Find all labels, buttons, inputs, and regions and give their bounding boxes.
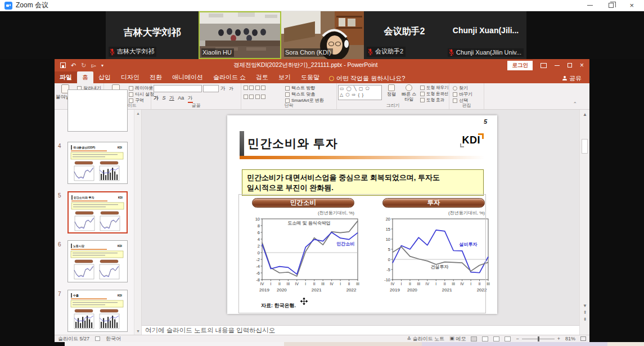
save-icon[interactable] [60,62,66,68]
arrange-button[interactable]: 정렬 [384,84,399,97]
ribbon-tab-row: 파일 홈 삽입 디자인 전환 애니메이션 슬라이드 쇼 검토 보기 도움말 어떤… [55,71,589,83]
participant-tile[interactable]: 吉林大学刘祁 吉林大学刘祁 [106,11,199,59]
memo-toggle-button[interactable]: ▣ 메모 [449,335,466,343]
tab-home[interactable]: 홈 [77,71,93,83]
start-slideshow-icon[interactable]: ▻ [91,62,96,69]
text-direction-button[interactable]: 텍스트 방향 [285,85,315,91]
bold-button[interactable]: 가 [154,95,159,102]
participant-tile[interactable]: Chunji Xuan(Jili... Chunji Xuan(Jilin Un… [445,11,526,59]
editor-scrollbar[interactable]: ▲ ▼ ⇞ ⇟ [579,110,589,335]
language-indicator[interactable]: 한국어 [106,335,121,343]
zoom-slider[interactable]: −+ [516,336,560,341]
participant-tile[interactable]: Xiaolin HU [199,11,281,59]
share-button[interactable]: 공유 [558,71,589,83]
quick-access-toolbar: ↶ ↻ ▻ ▾ [55,62,103,69]
thumbnail-slide-preview[interactable]: 노동시장KDI [67,240,128,282]
font-size-combo[interactable] [203,85,219,92]
slide-callout-box[interactable]: 민간소비가 대면서비스업을 중심으로 회복되었으며, 투자도 일시적으로 부진이… [242,169,484,196]
italic-button[interactable]: S [162,95,165,101]
reset-button[interactable]: 다시 설정 [129,91,154,97]
tab-insert[interactable]: 삽입 [93,71,116,83]
shrink-font-button[interactable]: 가 [229,86,233,92]
undo-icon[interactable]: ↶ [71,62,76,69]
notes-pane[interactable]: 여기에 슬라이드 노트의 내용을 입력하십시오 [142,325,579,335]
investment-line-chart[interactable]: 20151050-5-10IVIIIIIIIVIIIIIIIVIIIIII201… [378,215,490,301]
ppt-restore-button[interactable] [568,63,572,68]
thumbnail-slide-preview[interactable]: 수출KDI [67,290,128,332]
grow-font-button[interactable]: 가 [220,85,226,92]
shape-outline-button[interactable]: 도형 윤곽선 [420,91,449,97]
scroll-down-icon[interactable]: ▼ [136,329,141,333]
ppt-close-button[interactable]: × [580,62,584,68]
chart-header-pill-consumption[interactable]: 민간소비 [252,198,354,208]
scroll-down-icon[interactable]: ▼ [580,303,590,308]
previous-slide-icon[interactable]: ⇞ [580,310,590,315]
muted-mic-icon [110,48,115,55]
tab-view[interactable]: 보기 [273,71,296,83]
tab-file[interactable]: 파일 [55,71,77,83]
chart-header-pill-investment[interactable]: 투자 [382,198,485,208]
tab-help[interactable]: 도움말 [296,71,325,83]
alignment-icons[interactable] [244,95,265,100]
participant-label: Xiaolin HU [202,49,232,56]
zoom-percentage[interactable]: 81% [565,336,575,341]
zoom-close-button[interactable]: × [629,3,634,8]
tab-animations[interactable]: 애니메이션 [167,71,208,83]
svg-text:I: I [435,282,436,286]
next-slide-icon[interactable]: ⇟ [580,317,590,322]
consumption-line-chart[interactable]: 1086420-2-4-6-8IVIIIIIIIVIIIIIIIVIIIIII2… [247,215,360,301]
svg-text:KDI: KDI [118,294,122,297]
font-name-combo[interactable] [154,85,202,92]
ribbon-group-paragraph: 텍스트 방향 텍스트 맞춤 SmartArt로 변환 단락 [241,83,337,109]
svg-text:10: 10 [386,237,390,242]
svg-text:10: 10 [255,217,260,222]
slide-title-block[interactable]: 민간소비와 투자 KDI [240,131,485,159]
character-spacing-button[interactable]: Aa [178,95,184,101]
layout-button[interactable]: 레이아웃 [129,85,153,91]
collapse-ribbon-icon[interactable]: ⌃ [573,101,577,107]
thumbnail-slide-preview[interactable]: 국내총생산(GDP)KDI [67,142,128,184]
thumbnail-number: 4 [58,143,61,149]
tell-me-box[interactable]: 어떤 작업을 원하시나요? [325,71,409,83]
thumbnail-scrollbar[interactable]: ▲ ▼ [134,110,141,335]
thumbnail-slide-preview[interactable] [67,89,128,132]
zoom-slider-handle[interactable] [538,336,539,341]
thumbnail-slide-preview[interactable]: 민간소비와 투자KDI [67,191,128,233]
shape-gallery[interactable]: ▭ ◯ ╲ ▢ ⬠△ ⬡ ⇨ { } [338,85,382,100]
tab-transitions[interactable]: 전환 [145,71,167,83]
group-label: 편집 [449,102,484,109]
scroll-up-icon[interactable]: ▲ [136,111,141,115]
shape-fill-button[interactable]: 도형 채우기 [420,85,449,91]
ppt-minimize-button[interactable] [555,65,560,66]
underline-button[interactable]: 가 [169,95,174,102]
normal-view-button[interactable] [471,336,477,341]
participant-label: 会议助手2 [375,47,403,56]
customize-qat-icon[interactable]: ▾ [101,63,103,68]
participant-tile[interactable]: Sora Chon (KDI) [281,11,364,59]
bullets-numbering-icons[interactable] [244,86,265,91]
zoom-minimize-button[interactable] [587,5,593,6]
tab-design[interactable]: 디자인 [116,71,145,83]
tab-review[interactable]: 검토 [251,71,273,83]
tab-slideshow[interactable]: 슬라이드 쇼 [208,71,251,83]
fit-to-window-icon[interactable] [580,336,586,341]
replace-button[interactable]: 바꾸기 [453,91,472,97]
slide-sorter-view-button[interactable] [482,336,488,341]
reading-view-button[interactable] [493,336,499,341]
ribbon-display-options-icon[interactable] [541,63,547,68]
quick-styles-button[interactable]: 빠른 스타일 [400,84,418,102]
svg-text:2019: 2019 [390,287,400,293]
zoom-restore-button[interactable] [609,3,614,8]
participant-tile[interactable]: 会议助手2 会议助手2 [364,11,445,59]
svg-text:II: II [278,282,281,286]
font-color-button[interactable]: 가 [188,95,193,103]
scroll-up-icon[interactable]: ▲ [580,112,590,117]
person-icon [562,76,567,80]
scrollbar-thumb[interactable] [582,139,588,154]
slide-canvas[interactable]: 5 민간소비와 투자 KDI 민간소비가 대면서비스업을 중심으로 회복되었으며… [227,115,497,314]
notes-toggle-button[interactable]: ≛ 슬라이드 노트 [407,335,444,343]
slideshow-view-button[interactable] [505,336,511,341]
login-button[interactable]: 로그인 [507,61,533,70]
find-button[interactable]: 찾기 [453,85,468,91]
align-text-button[interactable]: 텍스트 맞춤 [285,91,315,97]
